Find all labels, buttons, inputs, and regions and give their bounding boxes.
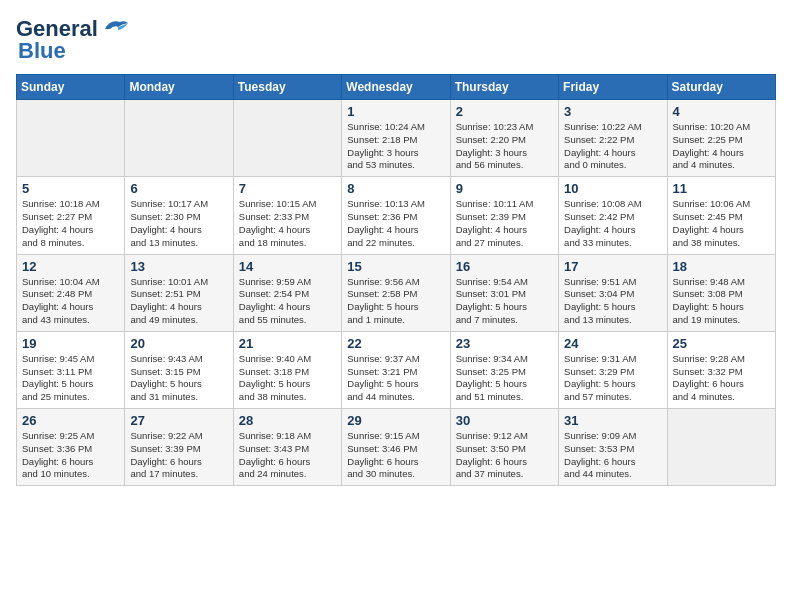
calendar-cell: 17Sunrise: 9:51 AMSunset: 3:04 PMDayligh… (559, 254, 667, 331)
calendar-cell: 8Sunrise: 10:13 AMSunset: 2:36 PMDayligh… (342, 177, 450, 254)
calendar-cell: 6Sunrise: 10:17 AMSunset: 2:30 PMDayligh… (125, 177, 233, 254)
cell-info: Sunrise: 9:18 AMSunset: 3:43 PMDaylight:… (239, 430, 336, 481)
day-number: 8 (347, 181, 444, 196)
cell-info: Sunrise: 10:11 AMSunset: 2:39 PMDaylight… (456, 198, 553, 249)
cell-info: Sunrise: 9:51 AMSunset: 3:04 PMDaylight:… (564, 276, 661, 327)
calendar-cell: 14Sunrise: 9:59 AMSunset: 2:54 PMDayligh… (233, 254, 341, 331)
logo-bird-icon (100, 17, 130, 37)
day-number: 11 (673, 181, 770, 196)
logo: General Blue (16, 16, 130, 64)
cell-info: Sunrise: 10:13 AMSunset: 2:36 PMDaylight… (347, 198, 444, 249)
cell-info: Sunrise: 10:22 AMSunset: 2:22 PMDaylight… (564, 121, 661, 172)
calendar-cell: 2Sunrise: 10:23 AMSunset: 2:20 PMDayligh… (450, 100, 558, 177)
logo-blue: Blue (18, 38, 66, 64)
day-number: 2 (456, 104, 553, 119)
calendar-week-1: 1Sunrise: 10:24 AMSunset: 2:18 PMDayligh… (17, 100, 776, 177)
weekday-header-sunday: Sunday (17, 75, 125, 100)
cell-info: Sunrise: 9:22 AMSunset: 3:39 PMDaylight:… (130, 430, 227, 481)
calendar-header-row: SundayMondayTuesdayWednesdayThursdayFrid… (17, 75, 776, 100)
cell-info: Sunrise: 9:54 AMSunset: 3:01 PMDaylight:… (456, 276, 553, 327)
day-number: 24 (564, 336, 661, 351)
cell-info: Sunrise: 9:12 AMSunset: 3:50 PMDaylight:… (456, 430, 553, 481)
calendar-cell: 31Sunrise: 9:09 AMSunset: 3:53 PMDayligh… (559, 409, 667, 486)
calendar-cell: 13Sunrise: 10:01 AMSunset: 2:51 PMDaylig… (125, 254, 233, 331)
calendar-cell: 10Sunrise: 10:08 AMSunset: 2:42 PMDaylig… (559, 177, 667, 254)
calendar-cell: 21Sunrise: 9:40 AMSunset: 3:18 PMDayligh… (233, 331, 341, 408)
calendar-cell: 9Sunrise: 10:11 AMSunset: 2:39 PMDayligh… (450, 177, 558, 254)
calendar-cell: 20Sunrise: 9:43 AMSunset: 3:15 PMDayligh… (125, 331, 233, 408)
day-number: 1 (347, 104, 444, 119)
day-number: 29 (347, 413, 444, 428)
page-header: General Blue (16, 16, 776, 64)
calendar-cell: 5Sunrise: 10:18 AMSunset: 2:27 PMDayligh… (17, 177, 125, 254)
cell-info: Sunrise: 9:48 AMSunset: 3:08 PMDaylight:… (673, 276, 770, 327)
day-number: 12 (22, 259, 119, 274)
day-number: 15 (347, 259, 444, 274)
day-number: 25 (673, 336, 770, 351)
cell-info: Sunrise: 9:09 AMSunset: 3:53 PMDaylight:… (564, 430, 661, 481)
day-number: 30 (456, 413, 553, 428)
cell-info: Sunrise: 10:17 AMSunset: 2:30 PMDaylight… (130, 198, 227, 249)
calendar-body: 1Sunrise: 10:24 AMSunset: 2:18 PMDayligh… (17, 100, 776, 486)
day-number: 19 (22, 336, 119, 351)
cell-info: Sunrise: 10:01 AMSunset: 2:51 PMDaylight… (130, 276, 227, 327)
cell-info: Sunrise: 10:24 AMSunset: 2:18 PMDaylight… (347, 121, 444, 172)
cell-info: Sunrise: 9:28 AMSunset: 3:32 PMDaylight:… (673, 353, 770, 404)
day-number: 9 (456, 181, 553, 196)
weekday-header-thursday: Thursday (450, 75, 558, 100)
cell-info: Sunrise: 10:04 AMSunset: 2:48 PMDaylight… (22, 276, 119, 327)
cell-info: Sunrise: 9:25 AMSunset: 3:36 PMDaylight:… (22, 430, 119, 481)
calendar-cell: 28Sunrise: 9:18 AMSunset: 3:43 PMDayligh… (233, 409, 341, 486)
cell-info: Sunrise: 10:08 AMSunset: 2:42 PMDaylight… (564, 198, 661, 249)
day-number: 18 (673, 259, 770, 274)
day-number: 17 (564, 259, 661, 274)
day-number: 16 (456, 259, 553, 274)
calendar-week-5: 26Sunrise: 9:25 AMSunset: 3:36 PMDayligh… (17, 409, 776, 486)
cell-info: Sunrise: 10:15 AMSunset: 2:33 PMDaylight… (239, 198, 336, 249)
cell-info: Sunrise: 9:15 AMSunset: 3:46 PMDaylight:… (347, 430, 444, 481)
cell-info: Sunrise: 9:59 AMSunset: 2:54 PMDaylight:… (239, 276, 336, 327)
calendar-week-4: 19Sunrise: 9:45 AMSunset: 3:11 PMDayligh… (17, 331, 776, 408)
calendar-week-3: 12Sunrise: 10:04 AMSunset: 2:48 PMDaylig… (17, 254, 776, 331)
cell-info: Sunrise: 10:18 AMSunset: 2:27 PMDaylight… (22, 198, 119, 249)
calendar-cell: 4Sunrise: 10:20 AMSunset: 2:25 PMDayligh… (667, 100, 775, 177)
cell-info: Sunrise: 9:37 AMSunset: 3:21 PMDaylight:… (347, 353, 444, 404)
calendar-cell: 29Sunrise: 9:15 AMSunset: 3:46 PMDayligh… (342, 409, 450, 486)
day-number: 21 (239, 336, 336, 351)
day-number: 5 (22, 181, 119, 196)
weekday-header-monday: Monday (125, 75, 233, 100)
day-number: 4 (673, 104, 770, 119)
cell-info: Sunrise: 9:34 AMSunset: 3:25 PMDaylight:… (456, 353, 553, 404)
day-number: 7 (239, 181, 336, 196)
calendar-cell: 30Sunrise: 9:12 AMSunset: 3:50 PMDayligh… (450, 409, 558, 486)
cell-info: Sunrise: 9:45 AMSunset: 3:11 PMDaylight:… (22, 353, 119, 404)
weekday-header-friday: Friday (559, 75, 667, 100)
day-number: 22 (347, 336, 444, 351)
weekday-header-tuesday: Tuesday (233, 75, 341, 100)
calendar-cell: 24Sunrise: 9:31 AMSunset: 3:29 PMDayligh… (559, 331, 667, 408)
day-number: 20 (130, 336, 227, 351)
day-number: 23 (456, 336, 553, 351)
day-number: 10 (564, 181, 661, 196)
calendar-cell: 15Sunrise: 9:56 AMSunset: 2:58 PMDayligh… (342, 254, 450, 331)
calendar-cell: 7Sunrise: 10:15 AMSunset: 2:33 PMDayligh… (233, 177, 341, 254)
calendar-cell: 19Sunrise: 9:45 AMSunset: 3:11 PMDayligh… (17, 331, 125, 408)
calendar-week-2: 5Sunrise: 10:18 AMSunset: 2:27 PMDayligh… (17, 177, 776, 254)
cell-info: Sunrise: 9:56 AMSunset: 2:58 PMDaylight:… (347, 276, 444, 327)
calendar-cell: 25Sunrise: 9:28 AMSunset: 3:32 PMDayligh… (667, 331, 775, 408)
calendar-cell: 27Sunrise: 9:22 AMSunset: 3:39 PMDayligh… (125, 409, 233, 486)
day-number: 6 (130, 181, 227, 196)
calendar-cell: 23Sunrise: 9:34 AMSunset: 3:25 PMDayligh… (450, 331, 558, 408)
day-number: 31 (564, 413, 661, 428)
calendar-cell: 11Sunrise: 10:06 AMSunset: 2:45 PMDaylig… (667, 177, 775, 254)
cell-info: Sunrise: 9:40 AMSunset: 3:18 PMDaylight:… (239, 353, 336, 404)
weekday-header-saturday: Saturday (667, 75, 775, 100)
calendar-table: SundayMondayTuesdayWednesdayThursdayFrid… (16, 74, 776, 486)
day-number: 26 (22, 413, 119, 428)
calendar-cell (667, 409, 775, 486)
calendar-cell: 1Sunrise: 10:24 AMSunset: 2:18 PMDayligh… (342, 100, 450, 177)
calendar-cell (17, 100, 125, 177)
day-number: 13 (130, 259, 227, 274)
calendar-cell: 3Sunrise: 10:22 AMSunset: 2:22 PMDayligh… (559, 100, 667, 177)
cell-info: Sunrise: 9:43 AMSunset: 3:15 PMDaylight:… (130, 353, 227, 404)
